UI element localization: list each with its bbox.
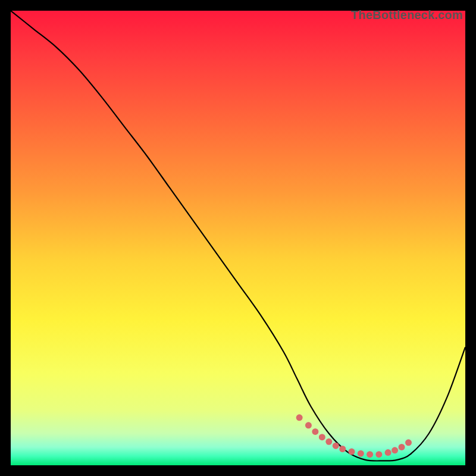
gradient-background [11, 11, 465, 465]
highlight-dot [305, 422, 312, 428]
highlight-dot [349, 449, 355, 455]
highlight-dot [325, 439, 332, 445]
highlight-dot [312, 428, 318, 435]
highlight-dot [333, 443, 339, 449]
highlight-dot [385, 449, 392, 456]
highlight-dot [319, 434, 325, 440]
highlight-dot [367, 451, 373, 458]
highlight-dot [339, 446, 346, 452]
chart-container: TheBottleneck.com [11, 11, 465, 465]
highlight-dot [358, 450, 364, 457]
chart-svg [11, 11, 465, 465]
watermark-label: TheBottleneck.com [351, 8, 463, 22]
highlight-dot [392, 447, 398, 453]
highlight-dot [399, 444, 405, 450]
highlight-dot [296, 414, 303, 421]
highlight-dot [375, 451, 382, 458]
highlight-dot [405, 439, 412, 446]
plot-area [11, 11, 465, 465]
